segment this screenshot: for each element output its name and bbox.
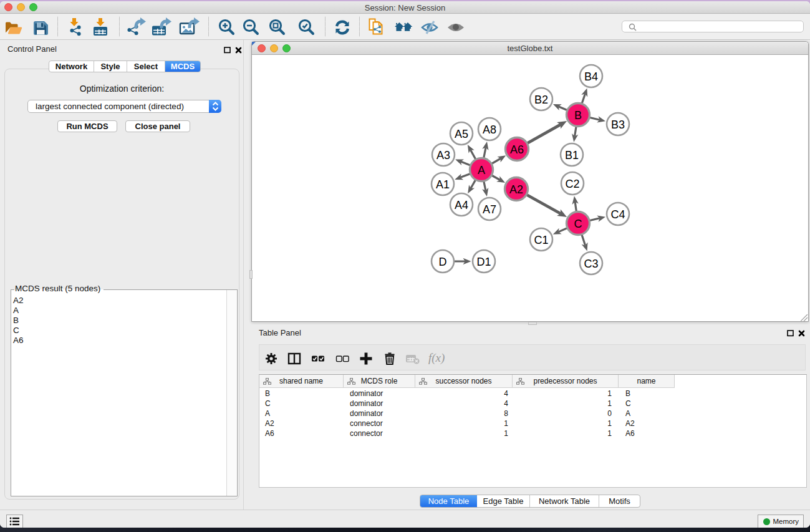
svg-text:C3: C3	[584, 258, 598, 270]
svg-text:B: B	[574, 109, 582, 122]
svg-text:C4: C4	[610, 208, 625, 221]
svg-text:A1: A1	[436, 178, 450, 191]
svg-text:A5: A5	[455, 128, 468, 140]
svg-text:A4: A4	[455, 199, 468, 211]
svg-text:C: C	[574, 218, 582, 230]
svg-text:C2: C2	[565, 178, 579, 190]
svg-text:A7: A7	[483, 203, 496, 216]
svg-text:C1: C1	[534, 234, 548, 246]
svg-text:A: A	[478, 164, 485, 177]
svg-text:B2: B2	[534, 94, 548, 106]
svg-text:A6: A6	[510, 143, 524, 156]
svg-text:D1: D1	[476, 256, 491, 268]
svg-text:B4: B4	[584, 70, 598, 83]
svg-text:A2: A2	[509, 183, 523, 196]
svg-text:B1: B1	[565, 149, 579, 162]
svg-text:A3: A3	[436, 149, 450, 162]
svg-text:B3: B3	[611, 118, 625, 131]
svg-text:A8: A8	[483, 123, 496, 136]
svg-text:D: D	[439, 256, 447, 268]
